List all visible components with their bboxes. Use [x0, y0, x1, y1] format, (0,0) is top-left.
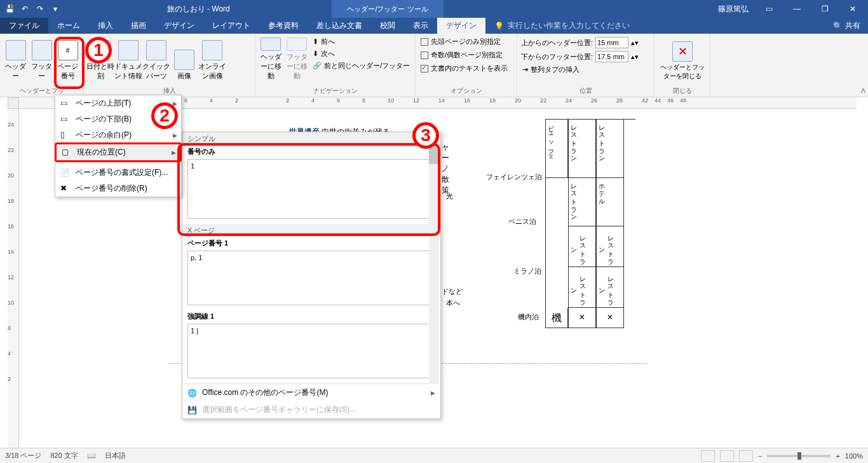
tab-home[interactable]: ホーム — [48, 18, 89, 34]
close-icon[interactable]: ✕ — [840, 0, 865, 18]
menu-remove-page-numbers[interactable]: ✖ページ番号の削除(R) — [55, 181, 181, 197]
tab-references[interactable]: 参考資料 — [259, 18, 308, 34]
ribbon-options-icon[interactable]: ▭ — [756, 0, 782, 18]
close-label: ヘッダーとフッターを閉じる — [657, 63, 707, 81]
view-read-icon[interactable] — [701, 450, 715, 462]
gallery-section-xpage: X ベージ — [182, 224, 440, 237]
insert-align-tab[interactable]: ⇥整列タブの挿入 — [520, 64, 640, 75]
tell-me[interactable]: 💡 実行したい作業を入力してください — [485, 18, 825, 34]
undo-icon[interactable]: ↶ — [18, 2, 32, 16]
chevron-right-icon: ▶ — [431, 390, 435, 396]
tab-insert[interactable]: 挿入 — [89, 18, 122, 34]
annotation-badge-1: 1 — [85, 37, 112, 64]
opt-accent1-title: 強調線 1 — [182, 310, 440, 322]
image-label: 画像 — [177, 71, 191, 81]
goto-header-button[interactable]: ヘッダーに移動 — [258, 35, 284, 81]
collapse-ribbon-icon[interactable]: ᐱ — [861, 87, 865, 94]
tab-file[interactable]: ファイル — [0, 18, 48, 34]
header-from-top: 上からのヘッダー位置:▴▾ — [520, 36, 640, 49]
quick-access-toolbar: 💾 ↶ ↷ ▾ — [0, 2, 65, 16]
ribbon: ヘッダー フッター #ページ番号 ヘッダーとフッ 日付と時刻 ドキュメント情報 … — [0, 34, 868, 97]
contextual-tab-label: ヘッダー/フッター ツール — [332, 0, 443, 18]
quick-label: クイック パーツ — [142, 62, 170, 81]
opt-show-text[interactable]: 文書内のテキストを表示 — [418, 63, 510, 74]
quick-parts-button[interactable]: クイック パーツ — [142, 35, 170, 81]
header-pos-input[interactable] — [595, 37, 628, 48]
vertical-ruler[interactable]: 242220 181614 12108 42 — [8, 109, 19, 448]
zoom-level[interactable]: 100% — [845, 452, 863, 460]
checkbox-checked-icon — [421, 65, 428, 73]
annotation-badge-2: 2 — [151, 102, 178, 129]
opt-accent1[interactable]: 1 | — [187, 324, 435, 378]
page-number-button[interactable]: #ページ番号 — [55, 35, 81, 81]
tab-review[interactable]: 校閲 — [371, 18, 404, 34]
close-hf-button[interactable]: ヘッダーとフッターを閉じる — [657, 35, 707, 81]
share-icon: 🔍 — [833, 22, 843, 31]
share-button[interactable]: 🔍 共有 — [825, 18, 868, 34]
chevron-right-icon: ▶ — [172, 149, 176, 156]
status-proofing-icon[interactable]: 📖 — [87, 452, 96, 460]
menu-page-margins[interactable]: ▯ページの余白(P)▶ — [55, 127, 181, 143]
view-web-icon[interactable] — [739, 450, 753, 462]
status-words[interactable]: 820 文字 — [50, 451, 78, 460]
tab-hf-design[interactable]: デザイン — [437, 18, 485, 34]
menu-tabs: ファイル ホーム 挿入 描画 デザイン レイアウト 参考資料 差し込み文書 校閲… — [0, 18, 868, 34]
checkbox-icon — [421, 38, 428, 46]
online-label: オンライン画像 — [198, 62, 226, 81]
menu-format-page-numbers[interactable]: 📄ページ番号の書式設定(F)... — [55, 165, 181, 181]
table-fragment: ビュッフェ レストラン レストラン レストラン ホテル レストラン レストラン … — [545, 119, 635, 328]
tab-layout[interactable]: レイアウト — [203, 18, 259, 34]
tab-draw[interactable]: 描画 — [122, 18, 155, 34]
save-icon[interactable]: 💾 — [3, 2, 17, 16]
link-same-button[interactable]: 🔗前と同じヘッダー/フッター — [310, 60, 412, 71]
next-button[interactable]: ⬇次へ — [310, 48, 412, 59]
zoom-slider[interactable] — [767, 455, 831, 457]
tab-mailings[interactable]: 差し込み文書 — [308, 18, 371, 34]
restore-icon[interactable]: ❐ — [812, 0, 837, 18]
goto-h-label: ヘッダーに移動 — [258, 52, 284, 81]
gallery-section-simple: シンプル — [182, 132, 440, 146]
group-close-label: 閉じる — [654, 86, 710, 97]
spinner-icon[interactable]: ▴▾ — [631, 53, 639, 61]
footer-button[interactable]: フッター — [29, 35, 55, 81]
zoom-in-icon[interactable]: + — [836, 452, 839, 460]
menu-current-position[interactable]: ▢現在の位置(C)▶ — [55, 142, 182, 162]
online-image-button[interactable]: オンライン画像 — [198, 35, 226, 81]
view-print-icon[interactable] — [720, 450, 734, 462]
footer-label: フッター — [29, 62, 55, 81]
chevron-right-icon: ▶ — [173, 132, 177, 139]
header-button[interactable]: ヘッダー — [3, 35, 29, 81]
next-icon: ⬇ — [313, 50, 318, 58]
status-bar: 3/18 ページ 820 文字 📖 日本語 − + 100% — [0, 448, 868, 463]
footer-pos-input[interactable] — [595, 51, 628, 62]
spinner-icon[interactable]: ▴▾ — [631, 39, 639, 47]
qat-more-icon[interactable]: ▾ — [48, 2, 62, 16]
goto-footer-button[interactable]: フッターに移動 — [284, 35, 310, 81]
minimize-icon[interactable]: — — [784, 0, 810, 18]
gallery-more-office[interactable]: 🌐Office.com のその他のページ番号(M)▶ — [182, 384, 440, 401]
gallery-save-selection: 💾選択範囲をページ番号ギャラリーに保存(S)... — [182, 401, 440, 418]
group-opt-label: オプション — [416, 86, 517, 97]
group-pos-label: 位置 — [517, 86, 654, 97]
tab-view[interactable]: 表示 — [404, 18, 437, 34]
tab-design[interactable]: デザイン — [155, 18, 203, 34]
opt-plain-number[interactable]: 1 — [187, 159, 435, 219]
globe-icon: 🌐 — [187, 389, 197, 397]
gallery-scrollbar[interactable] — [429, 144, 439, 384]
page-number-gallery: シンプル 番号のみ 1 X ベージ ページ番号 1 p. 1 強調線 1 1 |… — [182, 132, 441, 419]
image-button[interactable]: 画像 — [170, 35, 198, 81]
doc-info-button[interactable]: ドキュメント情報 — [114, 35, 142, 81]
tab-icon: ⇥ — [522, 66, 528, 74]
status-language[interactable]: 日本語 — [105, 451, 126, 460]
date-label: 日付と時刻 — [86, 62, 114, 81]
prev-button[interactable]: ⬆前へ — [310, 36, 412, 47]
opt-first-page[interactable]: 先頭ページのみ別指定 — [418, 36, 510, 47]
redo-icon[interactable]: ↷ — [33, 2, 47, 16]
annotation-badge-3: 3 — [412, 122, 439, 149]
status-page[interactable]: 3/18 ページ — [5, 451, 41, 460]
opt-odd-even[interactable]: 奇数/偶数ページ別指定 — [418, 50, 510, 60]
opt-page-no1[interactable]: p. 1 — [187, 251, 435, 305]
share-label: 共有 — [845, 20, 860, 31]
lightbulb-icon: 💡 — [494, 22, 504, 31]
zoom-out-icon[interactable]: − — [758, 452, 762, 460]
